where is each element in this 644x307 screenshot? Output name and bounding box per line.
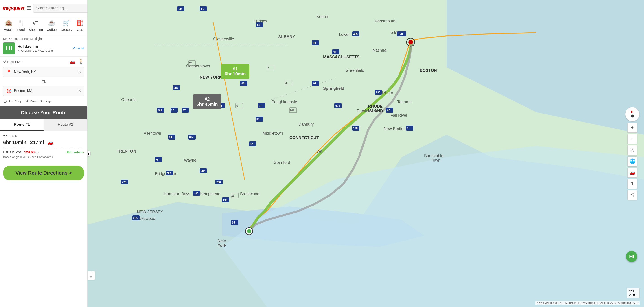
svg-text:New Bedford: New Bedford xyxy=(384,126,407,131)
holiday-inn-map-marker[interactable]: HI xyxy=(626,251,637,262)
svg-text:44: 44 xyxy=(286,82,288,85)
category-coffee-label: Coffee xyxy=(47,28,57,32)
svg-text:17: 17 xyxy=(171,109,174,112)
partner-info: Holiday Inn ← Click here to view results xyxy=(18,44,54,52)
traffic-button[interactable]: 🚗 xyxy=(628,168,637,178)
share-button[interactable]: ⬆ xyxy=(628,179,637,189)
partner-spotlight-label: MapQuest Partner Spotlight xyxy=(3,37,84,40)
route-settings-button[interactable]: ⚙ Route Settings xyxy=(25,99,52,103)
destination-pin-icon: 🎯 xyxy=(6,88,12,94)
destination-row: 🎯 Boston, MA ✕ xyxy=(3,86,84,96)
search-bar: 🔍 xyxy=(33,4,88,12)
scale-mi: 20 mi xyxy=(629,293,637,296)
fuel-cost-row: Est. fuel cost: $24.60 ⓘ Edit vehicle xyxy=(3,150,84,154)
swap-waypoints-button[interactable]: ⇅ xyxy=(3,79,84,85)
category-hotels[interactable]: 🏨 Hotels xyxy=(4,20,14,32)
zoom-out-button[interactable]: − xyxy=(628,134,637,144)
svg-text:Gloversville: Gloversville xyxy=(213,37,234,41)
svg-text:87: 87 xyxy=(183,109,186,112)
route-tab-2[interactable]: Route #2 xyxy=(44,119,88,130)
svg-text:Allentown: Allentown xyxy=(144,131,161,136)
map-area: NEW YORK MASSACHUSETTS CONNECTICUT RHODE… xyxy=(88,0,644,307)
category-coffee[interactable]: ☕ Coffee xyxy=(47,20,57,32)
scale-bar: 30 km 20 mi xyxy=(627,288,640,298)
edit-vehicle-button[interactable]: Edit vehicle xyxy=(67,150,84,154)
locate-me-button[interactable]: ◎ xyxy=(628,145,637,155)
svg-text:138: 138 xyxy=(353,127,358,130)
map-attribution: ©2018 MAPQUEST, © TOMTOM, © 2018 MAPBOX … xyxy=(536,301,640,305)
category-hotels-label: Hotels xyxy=(4,28,14,32)
category-grocery[interactable]: 🛒 Grocery xyxy=(60,20,72,32)
car-mode-icon[interactable]: 🚗 xyxy=(69,59,76,65)
walk-mode-icon[interactable]: 🚶 xyxy=(78,59,84,65)
category-food-label: Food xyxy=(17,28,25,32)
route-duration: 6hr 10min xyxy=(3,140,26,146)
start-over-button[interactable]: ↺ Start Over xyxy=(3,60,22,64)
route-tabs: Route #1 Route #2 xyxy=(0,119,87,131)
svg-text:380: 380 xyxy=(174,86,178,90)
svg-text:476: 476 xyxy=(122,181,126,184)
svg-text:691: 691 xyxy=(336,104,340,108)
scale-km: 30 km xyxy=(629,290,637,293)
destination-clear-button[interactable]: ✕ xyxy=(78,88,81,93)
svg-text:Fall River: Fall River xyxy=(390,113,408,118)
fuel-cost-value: $24.60 xyxy=(24,150,34,154)
map-layer-button[interactable]: 🌐 xyxy=(628,156,637,166)
print-button[interactable]: 🖨 xyxy=(628,190,637,200)
svg-text:Wa...: Wa... xyxy=(316,149,326,154)
view-directions-button[interactable]: View Route Directions > xyxy=(3,166,84,180)
origin-clear-button[interactable]: ✕ xyxy=(78,70,81,74)
svg-text:90: 90 xyxy=(201,8,204,10)
partner-logo: HI xyxy=(3,42,15,54)
food-icon: 🍴 xyxy=(18,20,25,26)
svg-text:Oneonta: Oneonta xyxy=(121,98,137,102)
category-gas-label: Gas xyxy=(77,28,83,32)
svg-text:295: 295 xyxy=(376,91,380,94)
svg-text:Wayne: Wayne xyxy=(184,158,196,162)
svg-text:Keene: Keene xyxy=(316,14,328,19)
plus-icon: ⊕ xyxy=(3,98,7,104)
compass-control[interactable]: N ⊕ xyxy=(625,107,640,122)
svg-text:91: 91 xyxy=(334,50,336,54)
fuel-info-icon[interactable]: ⓘ xyxy=(36,150,38,154)
svg-text:91: 91 xyxy=(313,82,316,85)
origin-pin-icon: 📍 xyxy=(6,69,12,75)
route-tab-1[interactable]: Route #1 xyxy=(0,119,44,130)
help-button[interactable]: Help xyxy=(88,271,95,280)
category-food[interactable]: 🍴 Food xyxy=(17,20,25,32)
svg-text:New: New xyxy=(218,239,226,243)
svg-text:684: 684 xyxy=(189,136,194,139)
category-gas[interactable]: ⛽ Gas xyxy=(76,20,84,32)
svg-text:Providence: Providence xyxy=(357,108,377,113)
add-stop-label: Add Stop xyxy=(8,99,22,103)
svg-text:25: 25 xyxy=(231,194,234,197)
hamburger-menu[interactable]: ☰ xyxy=(26,5,31,11)
route-stats: 6hr 10min 217mi 🚗 xyxy=(3,140,84,148)
origin-text[interactable]: New York, NY xyxy=(14,70,76,74)
svg-text:495: 495 xyxy=(353,32,358,36)
svg-text:Danbury: Danbury xyxy=(298,122,314,126)
category-bar: 🏨 Hotels 🍴 Food 🏷 Shopping ☕ Coffee 🛒 Gr… xyxy=(0,16,87,35)
category-shopping[interactable]: 🏷 Shopping xyxy=(29,20,43,32)
route-details: via I-95 N 6hr 10min 217mi 🚗 Est. fuel c… xyxy=(0,131,87,162)
search-input[interactable] xyxy=(36,6,88,10)
partner-card[interactable]: HI Holiday Inn ← Click here to view resu… xyxy=(3,42,84,54)
add-stop-button[interactable]: ⊕ Add Stop xyxy=(3,98,22,104)
route-distance: 217mi xyxy=(30,140,44,146)
svg-text:84: 84 xyxy=(256,118,260,121)
svg-text:MASSACHUSETTS: MASSACHUSETTS xyxy=(323,55,360,59)
svg-text:BOSTON: BOSTON xyxy=(420,68,437,73)
svg-text:Greenfield: Greenfield xyxy=(346,68,364,73)
partner-link[interactable]: ← Click here to view results xyxy=(18,49,54,52)
svg-text:7: 7 xyxy=(268,66,269,69)
svg-text:280: 280 xyxy=(216,181,221,184)
svg-text:84: 84 xyxy=(219,104,222,108)
zoom-in-button[interactable]: + xyxy=(628,123,637,133)
shopping-icon: 🏷 xyxy=(33,20,39,26)
settings-icon: ⚙ xyxy=(25,99,28,103)
svg-text:209: 209 xyxy=(158,109,162,112)
destination-text[interactable]: Boston, MA xyxy=(14,89,76,93)
svg-text:128: 128 xyxy=(398,32,403,36)
view-all-button[interactable]: View all xyxy=(73,46,84,50)
svg-text:Hampton Bays: Hampton Bays xyxy=(164,192,190,196)
